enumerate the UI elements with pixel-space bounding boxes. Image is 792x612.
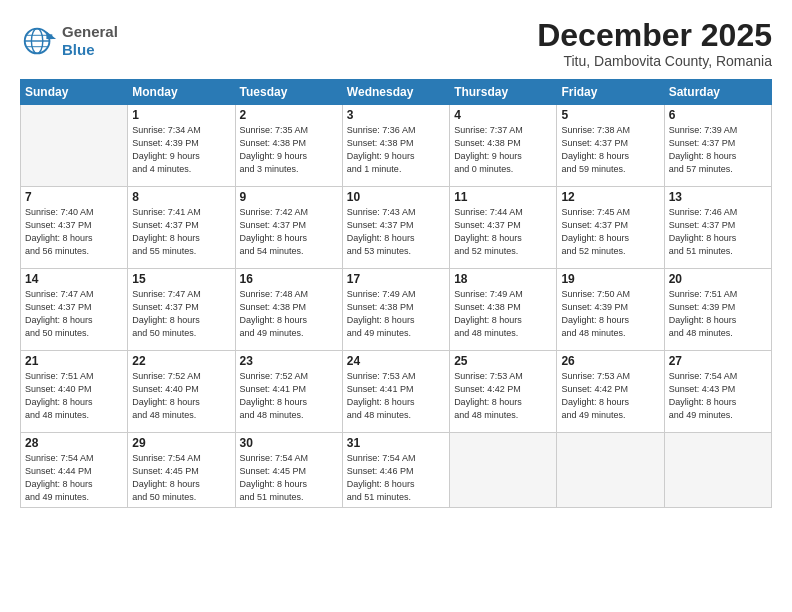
day-number: 12: [561, 190, 659, 204]
day-number: 6: [669, 108, 767, 122]
table-row: 8Sunrise: 7:41 AM Sunset: 4:37 PM Daylig…: [128, 187, 235, 269]
day-info: Sunrise: 7:52 AM Sunset: 4:40 PM Dayligh…: [132, 370, 230, 422]
day-info: Sunrise: 7:46 AM Sunset: 4:37 PM Dayligh…: [669, 206, 767, 258]
calendar-table: Sunday Monday Tuesday Wednesday Thursday…: [20, 79, 772, 508]
col-tuesday: Tuesday: [235, 80, 342, 105]
calendar-header-row: Sunday Monday Tuesday Wednesday Thursday…: [21, 80, 772, 105]
day-info: Sunrise: 7:51 AM Sunset: 4:39 PM Dayligh…: [669, 288, 767, 340]
day-info: Sunrise: 7:40 AM Sunset: 4:37 PM Dayligh…: [25, 206, 123, 258]
svg-rect-7: [47, 34, 53, 39]
day-number: 22: [132, 354, 230, 368]
table-row: 2Sunrise: 7:35 AM Sunset: 4:38 PM Daylig…: [235, 105, 342, 187]
day-info: Sunrise: 7:54 AM Sunset: 4:43 PM Dayligh…: [669, 370, 767, 422]
day-number: 18: [454, 272, 552, 286]
logo-general: General: [62, 23, 118, 40]
day-info: Sunrise: 7:45 AM Sunset: 4:37 PM Dayligh…: [561, 206, 659, 258]
table-row: 20Sunrise: 7:51 AM Sunset: 4:39 PM Dayli…: [664, 269, 771, 351]
day-number: 20: [669, 272, 767, 286]
day-number: 1: [132, 108, 230, 122]
day-info: Sunrise: 7:54 AM Sunset: 4:45 PM Dayligh…: [240, 452, 338, 504]
table-row: 24Sunrise: 7:53 AM Sunset: 4:41 PM Dayli…: [342, 351, 449, 433]
day-info: Sunrise: 7:54 AM Sunset: 4:45 PM Dayligh…: [132, 452, 230, 504]
col-sunday: Sunday: [21, 80, 128, 105]
logo-blue: Blue: [62, 41, 95, 58]
day-info: Sunrise: 7:39 AM Sunset: 4:37 PM Dayligh…: [669, 124, 767, 176]
day-number: 4: [454, 108, 552, 122]
day-info: Sunrise: 7:53 AM Sunset: 4:42 PM Dayligh…: [561, 370, 659, 422]
day-number: 3: [347, 108, 445, 122]
day-info: Sunrise: 7:47 AM Sunset: 4:37 PM Dayligh…: [132, 288, 230, 340]
table-row: 26Sunrise: 7:53 AM Sunset: 4:42 PM Dayli…: [557, 351, 664, 433]
col-thursday: Thursday: [450, 80, 557, 105]
day-info: Sunrise: 7:43 AM Sunset: 4:37 PM Dayligh…: [347, 206, 445, 258]
day-number: 25: [454, 354, 552, 368]
table-row: 23Sunrise: 7:52 AM Sunset: 4:41 PM Dayli…: [235, 351, 342, 433]
table-row: [21, 105, 128, 187]
day-number: 21: [25, 354, 123, 368]
logo-icon: [20, 22, 58, 60]
day-number: 30: [240, 436, 338, 450]
day-number: 11: [454, 190, 552, 204]
day-number: 13: [669, 190, 767, 204]
table-row: 4Sunrise: 7:37 AM Sunset: 4:38 PM Daylig…: [450, 105, 557, 187]
table-row: 21Sunrise: 7:51 AM Sunset: 4:40 PM Dayli…: [21, 351, 128, 433]
day-info: Sunrise: 7:38 AM Sunset: 4:37 PM Dayligh…: [561, 124, 659, 176]
table-row: 7Sunrise: 7:40 AM Sunset: 4:37 PM Daylig…: [21, 187, 128, 269]
day-info: Sunrise: 7:52 AM Sunset: 4:41 PM Dayligh…: [240, 370, 338, 422]
table-row: 30Sunrise: 7:54 AM Sunset: 4:45 PM Dayli…: [235, 433, 342, 508]
day-number: 19: [561, 272, 659, 286]
day-info: Sunrise: 7:49 AM Sunset: 4:38 PM Dayligh…: [454, 288, 552, 340]
day-number: 31: [347, 436, 445, 450]
day-info: Sunrise: 7:35 AM Sunset: 4:38 PM Dayligh…: [240, 124, 338, 176]
day-number: 15: [132, 272, 230, 286]
table-row: 13Sunrise: 7:46 AM Sunset: 4:37 PM Dayli…: [664, 187, 771, 269]
table-row: [664, 433, 771, 508]
table-row: 15Sunrise: 7:47 AM Sunset: 4:37 PM Dayli…: [128, 269, 235, 351]
day-number: 10: [347, 190, 445, 204]
day-info: Sunrise: 7:49 AM Sunset: 4:38 PM Dayligh…: [347, 288, 445, 340]
day-info: Sunrise: 7:54 AM Sunset: 4:44 PM Dayligh…: [25, 452, 123, 504]
table-row: 16Sunrise: 7:48 AM Sunset: 4:38 PM Dayli…: [235, 269, 342, 351]
table-row: 22Sunrise: 7:52 AM Sunset: 4:40 PM Dayli…: [128, 351, 235, 433]
day-number: 28: [25, 436, 123, 450]
day-info: Sunrise: 7:36 AM Sunset: 4:38 PM Dayligh…: [347, 124, 445, 176]
table-row: 18Sunrise: 7:49 AM Sunset: 4:38 PM Dayli…: [450, 269, 557, 351]
day-number: 27: [669, 354, 767, 368]
table-row: 5Sunrise: 7:38 AM Sunset: 4:37 PM Daylig…: [557, 105, 664, 187]
title-area: December 2025 Titu, Dambovita County, Ro…: [537, 18, 772, 69]
table-row: 1Sunrise: 7:34 AM Sunset: 4:39 PM Daylig…: [128, 105, 235, 187]
day-info: Sunrise: 7:54 AM Sunset: 4:46 PM Dayligh…: [347, 452, 445, 504]
table-row: 28Sunrise: 7:54 AM Sunset: 4:44 PM Dayli…: [21, 433, 128, 508]
day-number: 8: [132, 190, 230, 204]
day-info: Sunrise: 7:44 AM Sunset: 4:37 PM Dayligh…: [454, 206, 552, 258]
table-row: 11Sunrise: 7:44 AM Sunset: 4:37 PM Dayli…: [450, 187, 557, 269]
day-number: 5: [561, 108, 659, 122]
day-number: 17: [347, 272, 445, 286]
table-row: 14Sunrise: 7:47 AM Sunset: 4:37 PM Dayli…: [21, 269, 128, 351]
day-info: Sunrise: 7:42 AM Sunset: 4:37 PM Dayligh…: [240, 206, 338, 258]
table-row: [450, 433, 557, 508]
location-subtitle: Titu, Dambovita County, Romania: [537, 53, 772, 69]
day-info: Sunrise: 7:48 AM Sunset: 4:38 PM Dayligh…: [240, 288, 338, 340]
day-number: 9: [240, 190, 338, 204]
table-row: 10Sunrise: 7:43 AM Sunset: 4:37 PM Dayli…: [342, 187, 449, 269]
day-number: 7: [25, 190, 123, 204]
day-number: 16: [240, 272, 338, 286]
logo-text: General Blue: [62, 23, 118, 59]
table-row: 27Sunrise: 7:54 AM Sunset: 4:43 PM Dayli…: [664, 351, 771, 433]
page: General Blue December 2025 Titu, Dambovi…: [0, 0, 792, 612]
table-row: 9Sunrise: 7:42 AM Sunset: 4:37 PM Daylig…: [235, 187, 342, 269]
table-row: 12Sunrise: 7:45 AM Sunset: 4:37 PM Dayli…: [557, 187, 664, 269]
col-monday: Monday: [128, 80, 235, 105]
table-row: 6Sunrise: 7:39 AM Sunset: 4:37 PM Daylig…: [664, 105, 771, 187]
day-number: 29: [132, 436, 230, 450]
header: General Blue December 2025 Titu, Dambovi…: [20, 18, 772, 69]
day-number: 14: [25, 272, 123, 286]
logo: General Blue: [20, 22, 118, 60]
day-info: Sunrise: 7:37 AM Sunset: 4:38 PM Dayligh…: [454, 124, 552, 176]
day-info: Sunrise: 7:34 AM Sunset: 4:39 PM Dayligh…: [132, 124, 230, 176]
day-info: Sunrise: 7:53 AM Sunset: 4:41 PM Dayligh…: [347, 370, 445, 422]
day-info: Sunrise: 7:41 AM Sunset: 4:37 PM Dayligh…: [132, 206, 230, 258]
col-friday: Friday: [557, 80, 664, 105]
day-number: 23: [240, 354, 338, 368]
